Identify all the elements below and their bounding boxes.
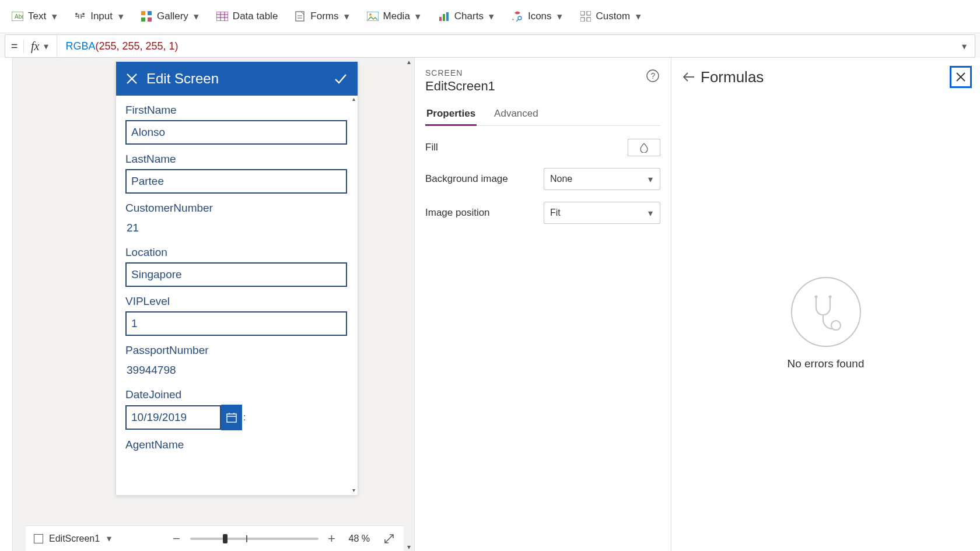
prop-fill-row: Fill [425,133,660,162]
field-label: PassportNumber [125,344,348,357]
field-firstname: FirstName [125,104,348,145]
help-icon[interactable]: ? [645,68,660,83]
scroll-down-icon[interactable]: ▾ [405,543,413,551]
lastname-input[interactable] [125,169,347,194]
field-customernumber: CustomerNumber 21 [125,202,348,238]
ribbon-label: Media [383,10,410,22]
tab-advanced[interactable]: Advanced [493,103,540,125]
close-icon[interactable] [125,72,138,85]
canvas-area: Edit Screen FirstName LastName [0,58,414,551]
zoom-percentage: 48 % [349,534,370,544]
svg-rect-7 [148,17,152,22]
ribbon-input[interactable]: Input ▾ [67,7,131,26]
canvas-scrollbar[interactable]: ▴ ▾ [404,58,414,551]
svg-rect-27 [587,17,591,22]
svg-point-2 [75,13,78,15]
svg-rect-20 [446,12,449,21]
svg-rect-4 [141,11,145,15]
zoom-out-button[interactable]: − [170,532,183,545]
svg-line-22 [516,19,519,22]
chevron-down-icon[interactable]: ▾ [106,535,113,542]
screen-checkbox[interactable] [34,534,43,543]
scroll-up-icon[interactable]: ▴ [405,58,413,66]
formula-fx-button[interactable]: fx ▾ [24,35,57,57]
zoom-thumb[interactable] [223,534,228,543]
ribbon-custom[interactable]: Custom ▾ [573,7,649,26]
ribbon-datatable[interactable]: Data table [209,7,285,26]
svg-rect-19 [443,14,445,21]
back-button[interactable] [680,68,697,86]
datatable-icon [216,10,228,22]
field-datejoined: DateJoined : [125,388,348,430]
no-errors-message: No errors found [787,357,864,370]
phone-body: FirstName LastName CustomerNumber 21 Loc… [116,96,358,495]
svg-rect-28 [227,414,236,422]
ribbon-label: Gallery [157,10,188,22]
ribbon-icons[interactable]: + Icons ▾ [505,7,570,26]
ribbon-gallery[interactable]: Gallery ▾ [134,7,207,26]
properties-tabs: Properties Advanced [425,103,660,126]
fx-icon: fx [31,40,39,53]
svg-rect-8 [216,12,228,21]
canvas[interactable]: Edit Screen FirstName LastName [13,58,414,551]
input-icon [74,10,86,22]
chevron-down-icon: ▾ [51,13,58,20]
zoom-in-button[interactable]: + [326,532,338,545]
chevron-down-icon: ▾ [193,13,200,20]
breadcrumb[interactable]: EditScreen1 [49,534,100,544]
calendar-icon[interactable] [221,405,242,430]
field-lastname: LastName [125,153,348,194]
prop-label: Fill [425,142,628,153]
scroll-up-icon[interactable]: ▴ [351,96,356,104]
svg-point-3 [82,13,85,15]
fill-color-picker[interactable] [628,139,660,156]
bgimage-select[interactable]: None ▾ [544,168,660,190]
firstname-input[interactable] [125,120,347,145]
properties-panel: SCREEN EditScreen1 ? Properties Advanced… [414,58,671,551]
ribbon-charts[interactable]: Charts ▾ [431,7,502,26]
field-label: DateJoined [125,388,348,401]
gallery-icon [141,10,152,22]
chevron-down-icon: ▾ [647,209,654,216]
chevron-down-icon: ▾ [415,13,422,20]
icons-icon: + [512,10,523,22]
element-name: EditScreen1 [425,79,645,94]
field-label: AgentName [125,438,348,451]
ribbon-forms[interactable]: Forms ▾ [287,7,357,26]
ribbon-label: Custom [596,10,631,22]
fit-to-window-button[interactable] [383,532,396,545]
close-button[interactable] [950,66,972,88]
phone-preview[interactable]: Edit Screen FirstName LastName [116,61,358,496]
ribbon-media[interactable]: Media ▾ [360,7,429,26]
datejoined-input[interactable] [125,405,221,430]
location-input[interactable] [125,262,347,287]
zoom-control: − + 48 % [170,532,396,545]
svg-rect-25 [587,11,591,15]
ribbon-text[interactable]: Abc Text ▾ [5,7,65,26]
ribbon-label: Input [90,10,113,22]
field-label: VIPLevel [125,295,348,308]
zoom-slider[interactable] [190,538,318,540]
chevron-down-icon: ▾ [43,43,50,50]
form-scrollbar[interactable]: ▴ ▾ [351,96,356,495]
chevron-down-icon: ▾ [635,13,642,20]
tree-panel-collapsed[interactable] [0,58,13,551]
svg-point-34 [831,321,841,330]
chevron-down-icon: ▾ [647,176,654,183]
scroll-down-icon[interactable]: ▾ [351,487,356,495]
imgpos-select[interactable]: Fit ▾ [544,202,660,224]
formulas-panel: Formulas No errors found [671,58,980,551]
viplevel-input[interactable] [125,311,347,336]
ribbon-label: Forms [310,10,338,22]
tab-properties[interactable]: Properties [425,103,477,125]
chevron-down-icon: ▾ [344,13,351,20]
chevron-down-icon: ▾ [488,13,495,20]
svg-rect-5 [148,11,152,15]
formula-input[interactable]: RGBA(255, 255, 255, 1) [57,40,954,52]
check-icon[interactable] [333,71,348,86]
ribbon-label: Data table [233,10,278,22]
formula-expand[interactable]: ▾ [954,41,975,52]
prop-imgpos-row: Image position Fit ▾ [425,196,660,230]
svg-point-17 [369,13,372,16]
svg-text:?: ? [651,71,656,80]
